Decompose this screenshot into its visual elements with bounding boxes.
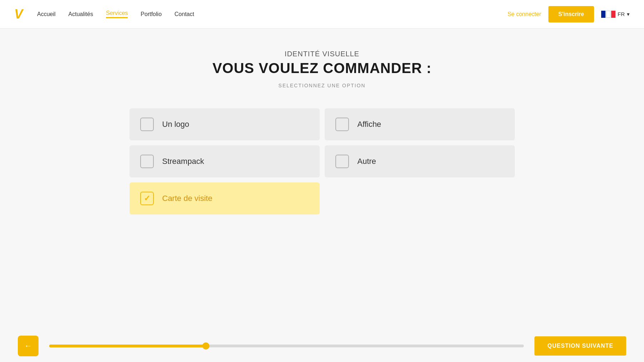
- option-logo-label: Un logo: [162, 120, 189, 129]
- checkbox-autre: ✓: [335, 155, 349, 168]
- bottom-bar: ← QUESTION SUIVANTE: [0, 330, 644, 362]
- language-label: FR: [618, 11, 625, 17]
- back-button[interactable]: ←: [18, 336, 39, 356]
- checkbox-streampack: ✓: [140, 155, 154, 168]
- option-affiche-label: Affiche: [358, 120, 381, 129]
- language-selector[interactable]: FR ▾: [601, 11, 630, 18]
- header-right: Se connecter S'inscrire FR ▾: [507, 6, 630, 22]
- checkmark-carte-de-visite: ✓: [144, 194, 150, 203]
- header: V Accueil Actualités Services Portfolio …: [0, 0, 644, 29]
- options-grid: ✓ Un logo ✓ Affiche ✓ Streampack ✓ Autre: [130, 108, 515, 214]
- nav-services[interactable]: Services: [106, 10, 128, 18]
- nav-portfolio[interactable]: Portfolio: [141, 11, 162, 17]
- page-subtitle: IDENTITÉ VISUELLE: [212, 50, 431, 58]
- checkbox-affiche: ✓: [335, 118, 349, 131]
- progress-thumb: [202, 342, 209, 350]
- logo[interactable]: V: [14, 8, 23, 21]
- main-content: IDENTITÉ VISUELLE VOUS VOULEZ COMMANDER …: [0, 29, 644, 362]
- option-affiche[interactable]: ✓ Affiche: [325, 108, 515, 140]
- nav-accueil[interactable]: Accueil: [37, 11, 56, 17]
- progress-bar[interactable]: [49, 345, 524, 347]
- title-section: IDENTITÉ VISUELLE VOUS VOULEZ COMMANDER …: [212, 50, 431, 88]
- option-carte-de-visite-label: Carte de visite: [162, 194, 213, 203]
- s-inscrire-button[interactable]: S'inscrire: [548, 6, 594, 22]
- option-logo[interactable]: ✓ Un logo: [130, 108, 320, 140]
- option-autre-label: Autre: [358, 157, 376, 166]
- nav-actualites[interactable]: Actualités: [69, 11, 93, 17]
- option-carte-de-visite[interactable]: ✓ Carte de visite: [130, 182, 320, 214]
- header-left: V Accueil Actualités Services Portfolio …: [14, 8, 194, 21]
- progress-fill: [49, 345, 206, 347]
- nav-contact[interactable]: Contact: [174, 11, 194, 17]
- select-label: SELECTIONNEZ UNE OPTION: [212, 83, 431, 88]
- checkbox-carte-de-visite: ✓: [140, 192, 154, 205]
- back-arrow-icon: ←: [24, 341, 32, 351]
- flag-icon: [601, 11, 615, 18]
- option-autre[interactable]: ✓ Autre: [325, 145, 515, 177]
- chevron-down-icon: ▾: [627, 11, 630, 17]
- option-streampack-label: Streampack: [162, 157, 204, 166]
- option-streampack[interactable]: ✓ Streampack: [130, 145, 320, 177]
- main-nav: Accueil Actualités Services Portfolio Co…: [37, 10, 194, 18]
- next-question-button[interactable]: QUESTION SUIVANTE: [534, 336, 626, 356]
- checkbox-logo: ✓: [140, 118, 154, 131]
- se-connecter-button[interactable]: Se connecter: [507, 11, 541, 17]
- page-title: VOUS VOULEZ COMMANDER :: [212, 60, 431, 76]
